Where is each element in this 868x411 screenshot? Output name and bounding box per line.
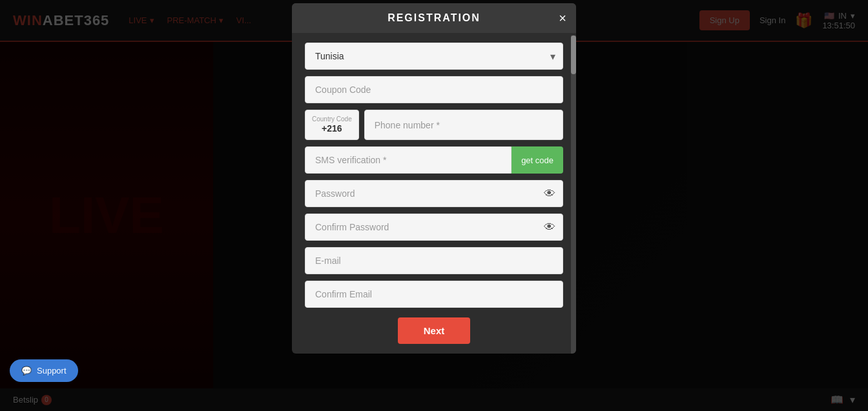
country-code-box: Country Code +216 xyxy=(305,110,359,140)
eye-icon[interactable]: 👁 xyxy=(544,187,555,201)
password-input[interactable] xyxy=(305,180,563,207)
phone-group: Country Code +216 xyxy=(305,110,563,140)
confirm-email-group xyxy=(305,281,563,308)
country-code-value: +216 xyxy=(322,123,342,134)
modal-body: Tunisia ▾ Country Code +216 get code xyxy=(292,33,576,354)
modal-scrollbar[interactable] xyxy=(571,35,576,354)
close-button[interactable]: × xyxy=(559,12,566,25)
modal-title: REGISTRATION xyxy=(388,12,480,24)
confirm-password-group: 👁 xyxy=(305,214,563,241)
phone-input[interactable] xyxy=(364,110,563,140)
registration-modal: REGISTRATION × Tunisia ▾ Country Code xyxy=(292,3,576,354)
modal-overlay: REGISTRATION × Tunisia ▾ Country Code xyxy=(0,0,868,411)
sms-input[interactable] xyxy=(305,146,512,174)
modal-scrollbar-thumb xyxy=(571,35,576,74)
support-button[interactable]: 💬 Support xyxy=(10,359,78,382)
eye-icon-confirm[interactable]: 👁 xyxy=(544,221,555,234)
modal-header: REGISTRATION × xyxy=(292,3,576,33)
country-select-group: Tunisia ▾ xyxy=(305,43,563,70)
confirm-password-input[interactable] xyxy=(305,214,563,241)
next-button[interactable]: Next xyxy=(398,317,471,344)
email-group xyxy=(305,247,563,274)
email-input[interactable] xyxy=(305,247,563,274)
coupon-code-group xyxy=(305,76,563,103)
get-code-button[interactable]: get code xyxy=(512,146,563,174)
country-code-label: Country Code xyxy=(312,115,352,123)
password-group: 👁 xyxy=(305,180,563,207)
support-icon: 💬 xyxy=(21,366,32,376)
sms-group: get code xyxy=(305,146,563,174)
country-select[interactable]: Tunisia xyxy=(305,43,563,70)
confirm-email-input[interactable] xyxy=(305,281,563,308)
coupon-code-input[interactable] xyxy=(305,76,563,103)
support-label: Support xyxy=(37,366,67,376)
